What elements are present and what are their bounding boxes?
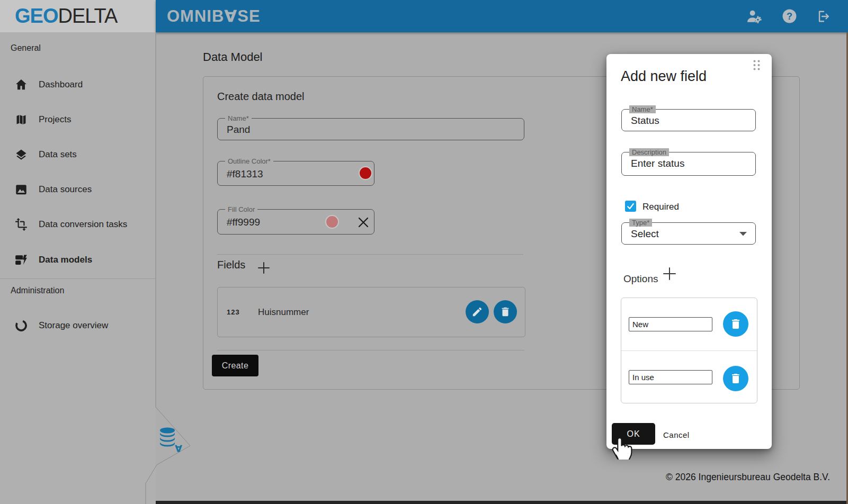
app-name: OMNIB∀SE — [167, 6, 261, 26]
logo-delta: DELTA — [58, 5, 117, 28]
required-checkbox[interactable] — [625, 201, 636, 212]
image-icon — [14, 183, 28, 196]
logout-icon[interactable] — [816, 9, 831, 24]
copyright: © 2026 Ingenieursbureau Geodelta B.V. — [666, 472, 830, 483]
delete-field-button[interactable] — [494, 300, 517, 323]
fill-color-value: #ff9999 — [227, 217, 260, 228]
create-button[interactable]: Create — [212, 355, 258, 376]
sidebar-item-label: Data conversion tasks — [39, 219, 127, 230]
sidebar-item-label: Dashboard — [39, 79, 83, 90]
fields-section-title: Fields — [217, 259, 245, 271]
sidebar-section-general: General — [11, 43, 41, 53]
trash-icon — [499, 306, 511, 318]
sidebar-item-storage-overview[interactable]: Storage overview — [0, 313, 155, 338]
option-divider — [621, 350, 757, 351]
geodelta-logo: GEODELTA — [0, 0, 156, 32]
sidebar-section-administration: Administration — [11, 286, 64, 295]
outline-color-value: #f81313 — [227, 168, 263, 180]
option-input-1[interactable] — [629, 317, 712, 331]
check-icon — [627, 202, 635, 210]
clear-fill-color-icon[interactable] — [358, 217, 369, 228]
section-divider — [217, 254, 523, 255]
section-divider — [217, 350, 524, 350]
delete-option-1-button[interactable] — [723, 311, 748, 337]
dialog-name-value: Status — [631, 115, 659, 127]
map-icon — [14, 113, 28, 127]
dialog-type-select[interactable]: Type* Select — [621, 222, 756, 245]
sidebar-item-data-models[interactable]: Data models — [0, 247, 155, 273]
edit-field-button[interactable] — [466, 300, 489, 323]
user-settings-icon[interactable] — [746, 8, 763, 25]
name-field[interactable]: Name* Pand — [217, 118, 524, 140]
svg-text:∀: ∀ — [175, 444, 182, 454]
svg-text:?: ? — [787, 11, 792, 22]
logo-geo: GEO — [15, 5, 58, 28]
pencil-icon — [471, 306, 483, 318]
delete-option-2-button[interactable] — [723, 366, 748, 391]
dynamic-form-icon — [14, 253, 28, 267]
sidebar-item-label: Storage overview — [39, 320, 108, 331]
sidebar-item-data-sets[interactable]: Data sets — [0, 142, 155, 167]
sidebar-item-dashboard[interactable]: Dashboard — [0, 72, 155, 97]
outline-color-field[interactable]: Outline Color* #f81313 — [217, 161, 374, 186]
top-bar: OMNIB∀SE — [156, 0, 848, 32]
sidebar-item-data-sources[interactable]: Data sources — [0, 177, 155, 202]
sidebar-divider — [0, 278, 156, 279]
database-logo-icon: ∀ — [159, 427, 183, 455]
dialog-type-label: Type* — [629, 219, 652, 227]
sidebar-item-label: Projects — [39, 114, 71, 125]
outline-color-label: Outline Color* — [225, 157, 273, 165]
outline-color-swatch[interactable] — [359, 166, 372, 180]
cancel-button[interactable]: Cancel — [663, 430, 690, 439]
options-title: Options — [623, 273, 658, 285]
drag-handle-icon[interactable] — [753, 60, 760, 70]
dialog-description-value: Enter status — [631, 158, 684, 169]
fill-color-field[interactable]: Fill Color #ff9999 — [217, 209, 374, 235]
dialog-description-label: Description — [629, 148, 669, 156]
sidebar: General Dashboard Projects Data sets — [0, 32, 156, 504]
mouse-cursor — [608, 429, 632, 460]
field-row-name: Huisnummer — [258, 307, 309, 318]
dialog-name-field[interactable]: Name* Status — [621, 109, 756, 131]
sidebar-item-label: Data sources — [39, 184, 92, 195]
required-label: Required — [642, 202, 679, 212]
dialog-title: Add new field — [621, 68, 707, 85]
fill-color-label: Fill Color — [225, 205, 257, 213]
field-type-123-icon: 123 — [227, 308, 240, 316]
add-field-icon[interactable] — [258, 262, 270, 274]
add-option-icon[interactable] — [663, 267, 676, 280]
chevron-down-icon — [739, 232, 747, 236]
app-frame: GEODELTA OMNIB∀SE ? — [0, 0, 848, 504]
layers-icon — [14, 148, 28, 161]
option-input-2[interactable] — [629, 370, 712, 384]
help-icon[interactable]: ? — [782, 8, 797, 24]
topbar-icons: ? — [746, 0, 831, 32]
sidebar-item-data-conversion-tasks[interactable]: Data conversion tasks — [0, 212, 155, 237]
fill-color-swatch[interactable] — [325, 215, 339, 229]
name-field-label: Name* — [225, 114, 252, 122]
sidebar-item-projects[interactable]: Projects — [0, 107, 155, 132]
transform-icon — [14, 218, 28, 231]
sidebar-item-label: Data models — [39, 255, 92, 265]
name-field-value: Pand — [227, 124, 250, 136]
dialog-description-field[interactable]: Description Enter status — [621, 152, 756, 176]
dialog-name-label: Name* — [629, 105, 656, 113]
trash-icon — [729, 372, 742, 385]
dialog-type-value: Select — [631, 228, 659, 240]
form-title: Create data model — [217, 91, 305, 103]
trash-icon — [729, 318, 742, 330]
bottom-edge-bar — [156, 501, 848, 504]
page-title: Data Model — [203, 50, 263, 64]
home-icon — [14, 78, 28, 92]
data-usage-icon — [14, 319, 28, 332]
sidebar-item-label: Data sets — [39, 149, 77, 160]
